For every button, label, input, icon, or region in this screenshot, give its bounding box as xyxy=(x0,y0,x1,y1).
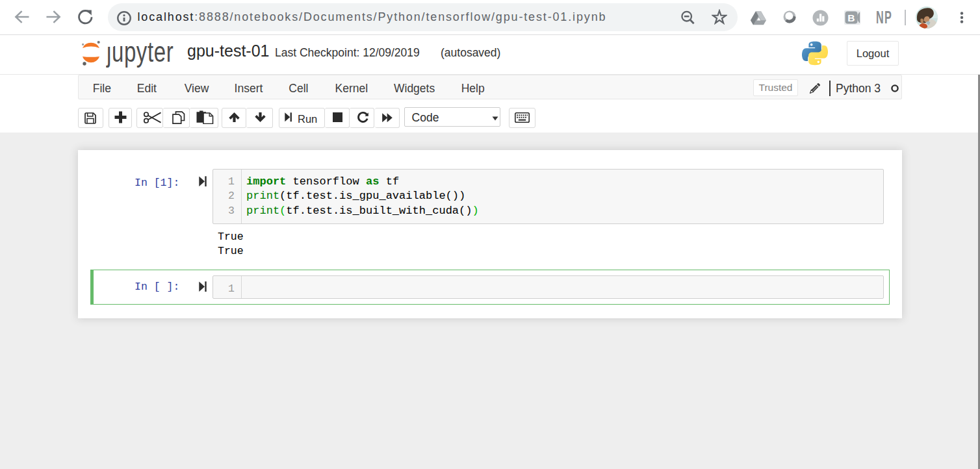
svg-text:B: B xyxy=(847,12,855,23)
